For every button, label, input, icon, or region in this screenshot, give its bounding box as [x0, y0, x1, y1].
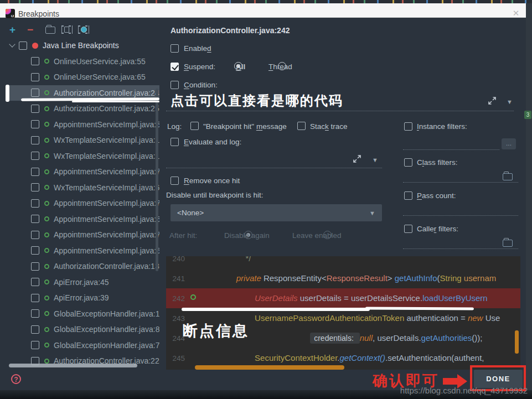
- group-by-folder-icon[interactable]: [45, 27, 55, 34]
- stack-trace-label[interactable]: Stack trace: [310, 122, 348, 131]
- item-checkbox[interactable]: [31, 57, 39, 65]
- instance-filters-checkbox[interactable]: [404, 122, 412, 131]
- item-checkbox[interactable]: [31, 199, 39, 208]
- pass-count-label[interactable]: Pass count:: [417, 191, 456, 200]
- tree-item[interactable]: GlobalExceptionHandler.java:142: [6, 306, 159, 322]
- root-checkbox[interactable]: [19, 42, 27, 50]
- tree-item[interactable]: ApiError.java:45: [6, 274, 159, 291]
- item-checkbox[interactable]: [31, 136, 39, 144]
- tree-item[interactable]: AuthorizationController.java:259: [6, 101, 159, 117]
- after-hit-label: After hit:: [169, 231, 197, 240]
- tree-item[interactable]: ApiError.java:39: [6, 290, 159, 306]
- item-checkbox[interactable]: [31, 246, 39, 255]
- breakpoint-gutter-icon[interactable]: [190, 294, 196, 300]
- class-filters-label[interactable]: Class filters:: [417, 158, 458, 167]
- disable-until-dropdown[interactable]: <None> ▼: [171, 204, 382, 221]
- item-checkbox[interactable]: [31, 215, 39, 223]
- stack-trace-checkbox[interactable]: [297, 122, 306, 130]
- class-filters-checkbox[interactable]: [404, 158, 412, 167]
- disable-again-label[interactable]: Disable again: [224, 231, 270, 240]
- instance-filters-input[interactable]: [403, 149, 499, 150]
- code-token: SecurityContextHolder: [255, 353, 337, 362]
- item-checkbox[interactable]: [31, 120, 39, 128]
- instance-filters-label[interactable]: Instance filters:: [417, 122, 467, 131]
- enabled-label[interactable]: Enabled: [184, 44, 211, 53]
- item-checkbox[interactable]: [31, 341, 39, 349]
- tree-item[interactable]: WxTemplateServiceImpl.java:110: [6, 148, 159, 164]
- breakpoint-hit-message-checkbox[interactable]: [190, 122, 199, 130]
- evaluate-expand-icon[interactable]: [353, 155, 361, 165]
- breakpoint-hit-message-label[interactable]: "Breakpoint hit" message: [203, 122, 287, 131]
- item-checkbox[interactable]: [31, 231, 39, 239]
- item-checkbox[interactable]: [31, 309, 39, 318]
- leave-enabled-label[interactable]: Leave enabled: [292, 231, 342, 240]
- add-breakpoint-button[interactable]: +: [9, 24, 16, 36]
- evaluate-dropdown-caret[interactable]: ▼: [372, 157, 378, 163]
- condition-expand-icon[interactable]: [488, 97, 496, 107]
- condition-dropdown-caret[interactable]: ▼: [507, 99, 513, 105]
- class-filters-folder-icon[interactable]: [503, 173, 513, 180]
- help-button[interactable]: ?: [11, 374, 21, 384]
- tree-item[interactable]: OnlineUserService.java:65: [6, 69, 159, 85]
- suspend-label[interactable]: Suspend:: [184, 63, 215, 71]
- dialog-titlebar[interactable]: Breakpoints ✕: [0, 3, 528, 18]
- suspend-thread-label[interactable]: Thread: [268, 63, 292, 71]
- remove-once-hit-label[interactable]: Remove once hit: [184, 177, 240, 185]
- tree-item[interactable]: AppointmentServiceImpl.java:74: [6, 164, 159, 180]
- tree-horizontal-scrollbar[interactable]: [9, 364, 137, 367]
- tree-item[interactable]: GlobalExceptionHandler.java:77: [6, 338, 159, 354]
- tree-item[interactable]: AppointmentServiceImpl.java:66: [6, 243, 159, 259]
- item-checkbox[interactable]: [31, 152, 39, 160]
- caller-filters-label[interactable]: Caller filters:: [417, 225, 458, 233]
- breakpoint-red-dot-icon: [32, 43, 38, 49]
- suspend-checkbox[interactable]: [171, 63, 179, 71]
- code-horizontal-scrollbar[interactable]: [195, 365, 344, 370]
- class-filters-input[interactable]: [403, 182, 518, 183]
- pass-count-checkbox[interactable]: [404, 191, 412, 200]
- close-icon[interactable]: ✕: [510, 8, 521, 18]
- condition-checkbox[interactable]: [171, 81, 179, 89]
- tree-item[interactable]: OnlineUserService.java:55: [6, 54, 159, 70]
- caller-filters-checkbox[interactable]: [404, 225, 412, 233]
- evaluate-and-log-label[interactable]: Evaluate and log:: [184, 138, 241, 146]
- item-checkbox[interactable]: [31, 325, 39, 334]
- tree-item[interactable]: AppointmentServiceImpl.java:73: [6, 195, 159, 211]
- instance-filters-more-button[interactable]: ...: [502, 138, 516, 149]
- tree-vertical-scrollbar[interactable]: [156, 89, 158, 271]
- code-vertical-scrollbar[interactable]: [515, 330, 519, 354]
- tree-item[interactable]: AppointmentServiceImpl.java:63: [6, 211, 159, 227]
- tree-item[interactable]: AppointmentServiceImpl.java:72: [6, 227, 159, 243]
- tree-item[interactable]: AppointmentServiceImpl.java:589: [6, 117, 159, 133]
- remove-breakpoint-button[interactable]: −: [27, 24, 33, 36]
- item-checkbox[interactable]: [31, 183, 39, 191]
- pass-count-input[interactable]: [403, 215, 518, 216]
- item-checkbox[interactable]: [31, 278, 39, 286]
- tree-item[interactable]: WxTemplateServiceImpl.java:60: [6, 180, 159, 196]
- enabled-checkbox[interactable]: [171, 44, 179, 53]
- caller-filters-input[interactable]: [403, 248, 518, 249]
- evaluate-input[interactable]: [166, 168, 382, 168]
- code-preview[interactable]: 240*/241private ResponseEntity<ResponseR…: [166, 256, 520, 370]
- condition-input[interactable]: [166, 111, 514, 111]
- breakpoint-circle-icon: [44, 232, 49, 237]
- tree-item[interactable]: WxTemplateServiceImpl.java:117: [6, 132, 159, 148]
- group-by-class-icon[interactable]: [78, 25, 89, 34]
- item-checkbox[interactable]: [31, 89, 39, 97]
- breakpoint-tree[interactable]: Java Line Breakpoints OnlineUserService.…: [6, 38, 159, 365]
- tree-root-row[interactable]: Java Line Breakpoints: [6, 38, 159, 54]
- item-checkbox[interactable]: [31, 168, 39, 176]
- item-checkbox[interactable]: [31, 262, 39, 271]
- item-checkbox[interactable]: [31, 73, 39, 81]
- evaluate-and-log-checkbox[interactable]: [171, 138, 179, 146]
- item-checkbox[interactable]: [31, 105, 39, 113]
- group-by-file-icon[interactable]: [61, 25, 73, 34]
- item-checkbox[interactable]: [31, 294, 39, 302]
- remove-once-hit-checkbox[interactable]: [171, 177, 179, 185]
- tree-item[interactable]: GlobalExceptionHandler.java:83: [6, 322, 159, 338]
- tree-item-label: WxTemplateServiceImpl.java:117: [54, 136, 159, 144]
- caller-filters-folder-icon[interactable]: [503, 240, 513, 247]
- chevron-down-icon[interactable]: [9, 42, 15, 48]
- suspend-all-label[interactable]: All: [236, 63, 245, 71]
- tree-item[interactable]: AuthorizationController.java:132: [6, 258, 159, 274]
- condition-label[interactable]: Condition:: [184, 81, 218, 89]
